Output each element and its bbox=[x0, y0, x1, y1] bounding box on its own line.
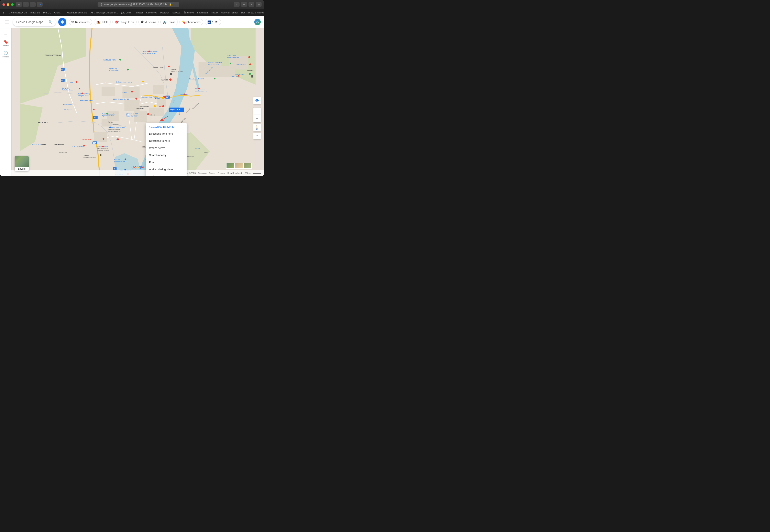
map-type-button[interactable] bbox=[243, 163, 252, 169]
pill-pharmacies-label: Pharmacies bbox=[186, 21, 200, 24]
svg-rect-18 bbox=[168, 66, 169, 67]
url-bar[interactable]: 📍 www.google.com/maps/@49.1220963,18.324… bbox=[98, 2, 179, 7]
location-button[interactable] bbox=[253, 97, 261, 104]
streetview-button[interactable]: 🚶 bbox=[253, 124, 261, 131]
map-footer: Map data ©2023 Slovakia Terms Privacy Se… bbox=[11, 170, 264, 176]
apps-icon[interactable]: ⊞ bbox=[2, 11, 5, 14]
pill-transit-label: Transit bbox=[167, 21, 175, 24]
svg-point-48 bbox=[162, 97, 164, 99]
sidebar-item-saved[interactable]: 🔖 Saved bbox=[1, 38, 11, 48]
bookmark-pobezal[interactable]: Pobežal bbox=[133, 11, 144, 14]
svg-text:Vieska-Bezdedov: Vieska-Bezdedov bbox=[62, 89, 73, 91]
menu-item-search-nearby[interactable]: Search nearby bbox=[146, 152, 187, 159]
layers-label: Layers bbox=[18, 167, 25, 171]
new-tab-button[interactable]: + bbox=[249, 2, 254, 7]
privacy-link[interactable]: Privacy bbox=[218, 172, 225, 174]
bookmark-hostak[interactable]: Hošták bbox=[210, 11, 219, 14]
pill-transit[interactable]: 🚌 Transit bbox=[160, 19, 178, 25]
bookmark-startrek[interactable]: Star Trek Str...e New Worlds bbox=[240, 11, 264, 14]
menu-item-whats-here[interactable]: What's here? bbox=[146, 144, 187, 152]
minimize-button[interactable] bbox=[7, 3, 9, 6]
directions-button[interactable] bbox=[58, 18, 66, 26]
bookmark-obiwan[interactable]: Obi-Wan Kenobi bbox=[220, 11, 239, 14]
bookmark-tunecore[interactable]: TuneCore bbox=[29, 11, 41, 14]
menu-icon: ☰ bbox=[4, 31, 7, 35]
svg-text:Jubilený háj: Jubilený háj bbox=[109, 68, 117, 69]
bookmark-asm[interactable]: ASM Hydrasyn...drasynth... bbox=[89, 11, 119, 14]
feedback-link[interactable]: Send feedback bbox=[227, 172, 242, 174]
bookmark-snah[interactable]: Sňahňičan bbox=[196, 11, 209, 14]
bookmark-chatgpt[interactable]: ChatGPT bbox=[53, 11, 65, 14]
pill-things-to-do[interactable]: 🎯 Things to do bbox=[112, 19, 137, 25]
svg-text:Mikrová: Mikrová bbox=[150, 114, 155, 116]
svg-text:GASGAS Púchov: GASGAS Púchov bbox=[97, 148, 108, 149]
menu-item-add-missing[interactable]: Add a missing place bbox=[146, 166, 187, 173]
bookmark-create-new[interactable]: Create a New…m bbox=[8, 11, 28, 14]
menu-item-directions-from[interactable]: Directions from here bbox=[146, 130, 187, 137]
traffic-lights bbox=[2, 3, 14, 6]
bookmark-kalo[interactable]: Kaločaiová bbox=[145, 11, 158, 14]
pill-pharmacies[interactable]: 💊 Pharmacies bbox=[179, 19, 203, 25]
menu-item-add-business[interactable]: Add your business bbox=[146, 173, 187, 176]
svg-text:ALUMONT GARDEN s.r.o: ALUMONT GARDEN s.r.o bbox=[108, 127, 125, 128]
svg-text:Domov: Domov bbox=[122, 91, 127, 93]
layers-box[interactable]: Layers bbox=[15, 156, 29, 171]
svg-point-132 bbox=[249, 73, 251, 75]
sidebar-item-recents[interactable]: 🕐 Recents bbox=[1, 49, 11, 59]
bookmark-dalle[interactable]: DALL-E bbox=[42, 11, 52, 14]
svg-text:železničná stanica: železničná stanica bbox=[227, 56, 239, 58]
hamburger-menu[interactable] bbox=[3, 19, 11, 25]
sidebar-item-menu[interactable]: ☰ bbox=[1, 29, 11, 37]
pill-restaurants[interactable]: 🍽 Restaurants bbox=[69, 19, 92, 25]
svg-point-83 bbox=[102, 146, 103, 147]
search-bar[interactable]: 🔍 bbox=[13, 18, 56, 26]
context-menu-header: 49.12230, 18.32442 bbox=[146, 123, 187, 130]
back-button[interactable]: ‹ bbox=[23, 2, 29, 7]
bookmark-strb[interactable]: Štrbáňová bbox=[182, 11, 195, 14]
recents-icon: 🕐 bbox=[3, 51, 8, 55]
maximize-button[interactable] bbox=[11, 3, 14, 6]
pill-museums[interactable]: 🏛 Museums bbox=[138, 19, 159, 25]
sidebar-toggle-button[interactable]: ⊞ bbox=[16, 2, 22, 7]
saved-label: Saved bbox=[3, 44, 9, 47]
zoom-in-button[interactable]: + bbox=[253, 108, 261, 115]
forward-button[interactable]: › bbox=[30, 2, 36, 7]
search-input[interactable] bbox=[16, 20, 47, 24]
menu-item-directions-to[interactable]: Directions to here bbox=[146, 137, 187, 144]
svg-text:Penzión SISI: Penzión SISI bbox=[82, 138, 91, 140]
menu-item-print[interactable]: Print bbox=[146, 159, 187, 166]
svg-text:507: 507 bbox=[166, 96, 169, 98]
bookmark-meta[interactable]: Meta Business Suite bbox=[66, 11, 88, 14]
zoom-out-button[interactable]: − bbox=[253, 115, 261, 122]
close-button[interactable] bbox=[2, 3, 5, 6]
pill-hotels[interactable]: 🏨 Hotels bbox=[94, 19, 111, 25]
svg-point-23 bbox=[169, 78, 172, 81]
svg-text:Lachovec 446m: Lachovec 446m bbox=[103, 59, 115, 61]
refresh-button[interactable]: ↺ bbox=[37, 2, 43, 7]
svg-text:AQUA SPORT: AQUA SPORT bbox=[170, 109, 181, 111]
user-avatar[interactable]: SC bbox=[254, 19, 261, 25]
terms-link[interactable]: Terms bbox=[209, 172, 215, 174]
svg-rect-21 bbox=[170, 73, 172, 75]
svg-text:Slovnaft: Slovnaft bbox=[171, 68, 177, 70]
terrain-type-button[interactable] bbox=[226, 163, 235, 169]
bookmark-salvo[interactable]: Salvová bbox=[171, 11, 181, 14]
pill-atms[interactable]: 🏧 ATMs bbox=[205, 19, 221, 25]
satellite-type-button[interactable] bbox=[235, 163, 243, 169]
bookmark-deals[interactable]: (25) Deals bbox=[120, 11, 133, 14]
expand-button[interactable]: ⌃ bbox=[253, 133, 261, 139]
coordinates-text: 49.12230, 18.32442 bbox=[149, 125, 183, 128]
tabs-button[interactable]: ⊞ bbox=[256, 2, 262, 7]
svg-text:Lietajúca pizza - rozvoz: Lietajúca pizza - rozvoz bbox=[116, 81, 132, 83]
svg-point-76 bbox=[102, 138, 104, 140]
bookmark-pastorek[interactable]: Pastorek bbox=[159, 11, 170, 14]
extensions-button[interactable]: ⚙ bbox=[241, 2, 247, 7]
share-button[interactable]: ↑ bbox=[234, 2, 240, 7]
svg-point-52 bbox=[162, 105, 164, 107]
map-canvas[interactable]: VIESKA-BEZDEDOV Lachovec 446m TESCO Púch… bbox=[11, 28, 264, 176]
search-button[interactable]: 🔍 bbox=[48, 20, 53, 24]
browser-window: ⊞ ‹ › ↺ 📍 www.google.com/maps/@49.122096… bbox=[0, 0, 264, 176]
zoom-controls: + − bbox=[253, 108, 261, 122]
layers-button[interactable]: Layers bbox=[15, 156, 29, 171]
map-controls: + − 🚶 ⌃ bbox=[253, 97, 261, 139]
